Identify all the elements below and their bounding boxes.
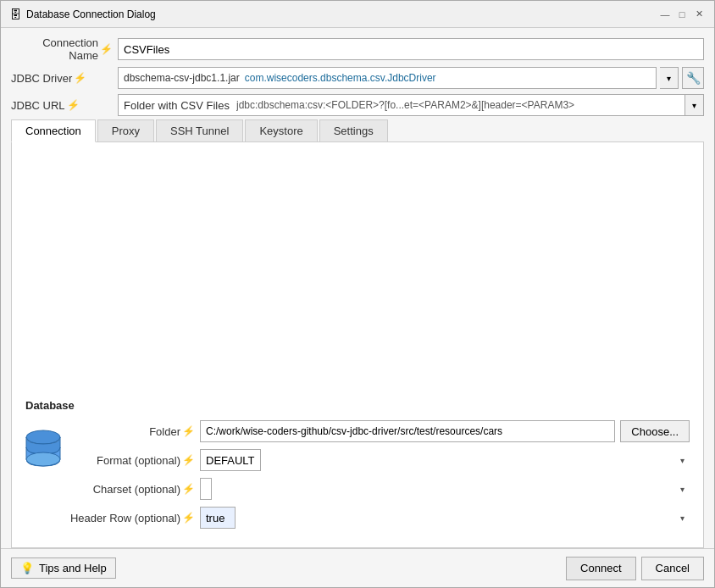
tips-icon: 💡 xyxy=(20,562,34,574)
db-icon-container: Folder ⚡ Choose... Format (optional) ⚡ xyxy=(25,420,690,535)
tips-and-help-button[interactable]: 💡 Tips and Help xyxy=(11,557,116,579)
url-dropdown-button[interactable]: ▾ xyxy=(685,94,704,116)
jdbc-url-label: JDBC URL ⚡ xyxy=(11,99,113,112)
jdbc-driver-row: JDBC Driver ⚡ dbschema-csv-jdbc1.1.jar c… xyxy=(11,67,704,89)
tab-content-area: Database xyxy=(11,142,704,548)
configure-driver-button[interactable]: 🔧 xyxy=(682,67,704,89)
db-fields: Folder ⚡ Choose... Format (optional) ⚡ xyxy=(68,420,690,535)
jdbc-url-container: Folder with CSV Files jdbc:dbschema:csv:… xyxy=(118,94,704,116)
format-label: Format (optional) ⚡ xyxy=(68,454,195,467)
database-connection-dialog: 🗄 Database Connection Dialog — □ ✕ Conne… xyxy=(0,0,715,588)
cancel-button[interactable]: Cancel xyxy=(641,557,704,580)
header-select[interactable]: true false xyxy=(200,507,236,529)
header-icon: ⚡ xyxy=(182,512,195,524)
header-area: Connection Name ⚡ JDBC Driver ⚡ dbschema… xyxy=(1,28,714,116)
dialog-title: Database Connection Dialog xyxy=(26,8,156,20)
charset-row: Charset (optional) ⚡ xyxy=(68,478,690,500)
svg-point-0 xyxy=(26,430,60,444)
minimize-button[interactable]: — xyxy=(658,8,672,21)
jdbc-driver-class: com.wisecoders.dbschema.csv.JdbcDriver xyxy=(245,72,436,84)
jdbc-url-row: JDBC URL ⚡ Folder with CSV Files jdbc:db… xyxy=(11,94,704,116)
format-select[interactable]: DEFAULT EXCEL TDF MYSQL RFC4180 xyxy=(200,449,261,471)
close-button[interactable]: ✕ xyxy=(692,8,706,21)
tab-connection[interactable]: Connection xyxy=(11,119,96,142)
tabs-and-content: Connection Proxy SSH Tunnel Keystore Set… xyxy=(1,116,714,548)
format-dropdown-wrapper: DEFAULT EXCEL TDF MYSQL RFC4180 xyxy=(200,449,690,471)
tab-settings[interactable]: Settings xyxy=(319,119,388,141)
database-section: Database xyxy=(12,391,703,547)
charset-select[interactable] xyxy=(200,478,212,500)
maximize-button[interactable]: □ xyxy=(675,8,689,21)
database-section-label: Database xyxy=(25,399,690,412)
header-dropdown-wrapper: true false xyxy=(200,507,690,529)
wrench-icon: 🔧 xyxy=(686,71,701,85)
jdbc-url-value: jdbc:dbschema:csv:<FOLDER>?[fo...et=<PAR… xyxy=(236,99,574,111)
dialog-icon: 🗄 xyxy=(9,8,21,21)
tab-keystore[interactable]: Keystore xyxy=(245,119,317,141)
titlebar: 🗄 Database Connection Dialog — □ ✕ xyxy=(1,1,714,28)
jdbc-driver-icon: ⚡ xyxy=(74,72,86,84)
header-row-row: Header Row (optional) ⚡ true false xyxy=(68,507,690,529)
jdbc-driver-jar: dbschema-csv-jdbc1.1.jar xyxy=(124,72,240,84)
driver-dropdown-button[interactable]: ▾ xyxy=(660,67,679,89)
jdbc-url-field: Folder with CSV Files jdbc:dbschema:csv:… xyxy=(118,94,685,116)
charset-label: Charset (optional) ⚡ xyxy=(68,483,195,496)
folder-icon: ⚡ xyxy=(182,425,195,437)
svg-point-1 xyxy=(26,452,60,466)
choose-button[interactable]: Choose... xyxy=(620,420,690,442)
tab-proxy[interactable]: Proxy xyxy=(97,119,154,141)
connect-button[interactable]: Connect xyxy=(566,557,635,580)
titlebar-controls: — □ ✕ xyxy=(658,8,706,21)
tab-ssh-tunnel[interactable]: SSH Tunnel xyxy=(156,119,243,141)
format-icon: ⚡ xyxy=(182,454,195,466)
titlebar-left: 🗄 Database Connection Dialog xyxy=(9,8,156,21)
jdbc-driver-field: dbschema-csv-jdbc1.1.jar com.wisecoders.… xyxy=(118,67,657,89)
jdbc-url-folder-label: Folder with CSV Files xyxy=(124,99,230,112)
tabs-container: Connection Proxy SSH Tunnel Keystore Set… xyxy=(11,119,704,142)
connection-name-icon: ⚡ xyxy=(100,43,113,55)
connection-name-input[interactable] xyxy=(118,38,704,60)
tips-label: Tips and Help xyxy=(39,562,107,574)
jdbc-url-icon: ⚡ xyxy=(67,99,80,111)
folder-row: Folder ⚡ Choose... xyxy=(68,420,690,442)
database-icon xyxy=(25,429,61,475)
connection-name-row: Connection Name ⚡ xyxy=(11,36,704,62)
folder-label: Folder ⚡ xyxy=(68,425,195,438)
charset-icon: ⚡ xyxy=(182,483,195,495)
footer-buttons: Connect Cancel xyxy=(566,557,704,580)
jdbc-driver-container: dbschema-csv-jdbc1.1.jar com.wisecoders.… xyxy=(118,67,704,89)
jdbc-driver-label: JDBC Driver ⚡ xyxy=(11,72,113,85)
format-row: Format (optional) ⚡ DEFAULT EXCEL TDF MY… xyxy=(68,449,690,471)
charset-dropdown-wrapper xyxy=(200,478,690,500)
header-row-label: Header Row (optional) ⚡ xyxy=(68,512,195,524)
connection-name-label: Connection Name ⚡ xyxy=(11,36,113,62)
footer: 💡 Tips and Help Connect Cancel xyxy=(1,548,714,587)
folder-input[interactable] xyxy=(200,420,615,442)
